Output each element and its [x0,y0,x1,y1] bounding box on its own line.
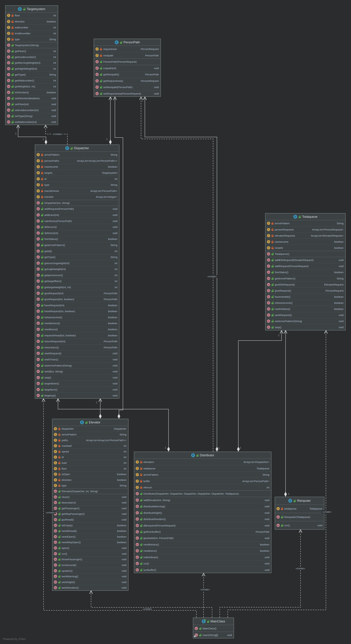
method-row[interactable]: mgetNightWeight(int)int [6,66,58,72]
field-row[interactable]: ffloorint [52,466,128,471]
method-row[interactable]: msetNextpath(PersonPath)void [94,84,160,90]
method-row[interactable]: mfreeStatus()boolean [35,236,119,242]
method-row[interactable]: mthrowPassenger()void [52,556,128,562]
method-row[interactable]: maddtrans(int)void [35,212,119,218]
field-row[interactable]: fidint [52,454,128,460]
method-row[interactable]: mupstairs()void [52,568,128,574]
method-row[interactable]: misNoonecome()boolean [266,300,345,306]
class-header-MainClass[interactable]: CMainClass [193,618,234,625]
method-row[interactable]: misEmpty()boolean [52,522,128,528]
field-row[interactable]: fpathsArrayList<ArrayList<PersonPath>> [52,437,128,443]
method-row[interactable]: mdistributeNight()void [134,510,271,516]
method-row[interactable]: mworkMorning()void [52,574,128,579]
method-row[interactable]: mgetId()int [35,248,119,254]
field-row[interactable]: frequestnowPersonRequest [94,46,160,52]
class-node-Elevator[interactable]: CElevatorfdispatcherDispatcherfarrivePat… [52,419,128,591]
field-row[interactable]: fneweleboolean [266,244,345,251]
method-row[interactable]: mdtbrequest(PersonRequest)void [134,522,271,528]
method-row[interactable]: mgettargetfloor()int [35,278,119,284]
constructor-row[interactable]: mElevator(Dispatcher, int, String) [52,488,128,494]
method-row[interactable]: mnoeleStatus()boolean [266,306,345,312]
method-row[interactable]: mfreeStatus()boolean [266,269,345,275]
method-row[interactable]: mgetWayPassenger()void [52,511,128,517]
field-row[interactable]: felevatorsArrayList<Dispatcher> [134,459,271,465]
method-row[interactable]: mgetNextpath()PersonPath [94,71,160,78]
method-row[interactable]: mgetWeight(int, int)int [6,84,58,89]
field-row[interactable]: finsidenumberint [6,30,58,36]
method-row[interactable]: mhaveRequest(int)boolean [35,302,119,308]
constructor-row[interactable]: mDispatcher(int, String) [35,200,119,206]
method-row[interactable]: msetInsidenumber(int)void [6,107,58,113]
field-row[interactable]: ftypeString [35,182,119,188]
method-row[interactable]: mcatchtrans(PersonPath)void [35,218,119,224]
method-row[interactable]: mseekRequest()void [266,312,345,318]
class-node-MainClass[interactable]: CMainClassmMainClass()mmain(String[])voi… [193,618,234,638]
method-row[interactable]: msetId(int, String)void [35,368,119,374]
method-row[interactable]: mgetmorningweight(int)int [35,260,119,266]
field-row[interactable]: felenumint [134,484,271,490]
field-row[interactable]: fspeedint [52,448,128,454]
method-row[interactable]: mneedWayOpen()boolean [52,539,128,545]
method-row[interactable]: mrequestAhead(int, boolean)boolean [35,332,119,338]
field-row[interactable]: fpersonPathsArrayList<ArrayList<PersonPa… [35,158,119,164]
field-row[interactable]: ftypeString [6,36,58,42]
method-row[interactable]: mgetMorningWeight(int)int [6,60,58,66]
constructor-row[interactable]: mTotalqueue() [266,251,345,257]
class-node-Reinputer[interactable]: CReinputerftotalqueueTotalqueuemReinpute… [275,497,324,530]
method-row[interactable]: mgivetoele(int, PersonPath)void [134,535,271,541]
method-row[interactable]: mopen()void [52,545,128,551]
class-header-Distributor[interactable]: CDistributor [134,452,271,459]
method-row[interactable]: mhaveRequest(int, boolean)boolean [35,308,119,314]
constructor-row[interactable]: mReinputer(Totalqueue) [275,513,324,521]
method-row[interactable]: mneedOpen()boolean [52,534,128,540]
field-row[interactable]: fmaxloadint [52,443,128,449]
field-row[interactable]: fbufferArrayList<PersonPath> [134,478,271,484]
method-row[interactable]: mredistribute()void [134,554,271,560]
method-row[interactable]: mrun()void [275,521,324,530]
field-row[interactable]: ftargetsTargetsystem [35,170,119,176]
method-row[interactable]: mtargetdown()void [35,380,119,386]
method-row[interactable]: misNoonecome()boolean [35,314,119,320]
constructor-row[interactable]: mDistributor(Dispatcher, Dispatcher, Dis… [134,490,271,497]
field-row[interactable]: fdirectionboolean [6,18,58,24]
method-row[interactable]: mtargetturn()void [35,386,119,392]
field-row[interactable]: felevatorRequestsArrayList<ElevatorReque… [266,232,345,238]
method-row[interactable]: mseekTrans()void [35,356,119,362]
method-row[interactable]: maddElevator(int, String)void [134,497,271,503]
method-row[interactable]: mreturntrans()PersonPath [35,344,119,350]
field-row[interactable]: fnoonecomeboolean [266,238,345,244]
method-row[interactable]: mdownstairs()void [52,500,128,506]
method-row[interactable]: mrun()void [134,560,271,566]
field-row[interactable]: fidint [35,176,119,182]
field-row[interactable]: ftotalqueueTotalqueue [275,504,324,513]
method-row[interactable]: mneedAhead()boolean [52,528,128,534]
method-row[interactable]: msortbuffer()void [134,566,271,573]
method-row[interactable]: msetDirection(boolean)void [6,95,58,101]
class-header-Reinputer[interactable]: CReinputer [275,497,324,504]
method-row[interactable]: mgiveRequest(int, boolean)PersonPath [35,296,119,302]
field-row[interactable]: fnextpathPersonPath [94,52,160,59]
create-edge[interactable] [91,591,212,618]
method-row[interactable]: mgetfrombuffer()PersonPath [134,528,271,535]
method-row[interactable]: mdeltrans(int)void [35,230,119,236]
constructor-row[interactable]: mPersonPath(PersonRequest) [94,58,160,65]
composition-edge[interactable] [238,330,282,452]
method-row[interactable]: mneedtotrans()boolean [134,541,271,548]
method-row[interactable]: mgetnightweight(int)int [35,266,119,272]
field-row[interactable]: fdirectionboolean [52,477,128,482]
class-node-PersonPath[interactable]: CPersonPathfrequestnowPersonRequestfnext… [94,39,161,97]
class-header-Targetsystem[interactable]: CTargetsystem [6,6,58,12]
field-row[interactable]: ffloorint [6,12,58,18]
method-row[interactable]: mreturnRequest(int)PersonPath [35,338,119,344]
method-row[interactable]: mdistributeMorning()void [134,503,271,510]
method-row[interactable]: misDirection()boolean [6,89,58,95]
class-node-Targetsystem[interactable]: CTargetsystemffloorintfdirectionbooleanf… [5,6,58,125]
method-row[interactable]: mrun()void [52,551,128,556]
method-row[interactable]: mseekRequest()void [35,350,119,356]
field-row[interactable]: ftranslistArrayList<Integer> [35,194,119,200]
composition-edge[interactable] [18,125,46,144]
method-row[interactable]: mgiveRequest(int)PersonPath [35,290,119,296]
method-row[interactable]: msetArrivePattern(String)void [266,318,345,324]
field-row[interactable]: farrivePatternString [266,220,345,226]
class-node-Distributor[interactable]: CDistributorfelevatorsArrayList<Dispatch… [134,452,272,573]
